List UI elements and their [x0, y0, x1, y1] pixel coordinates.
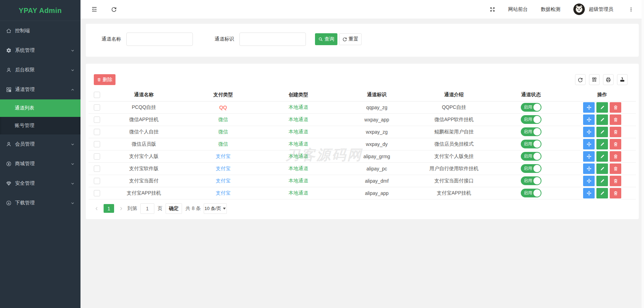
delete-row-button[interactable] [610, 114, 621, 125]
status-toggle[interactable]: 启用 [521, 176, 541, 185]
edit-row-button[interactable] [596, 188, 608, 198]
channel-name-input[interactable] [126, 33, 193, 46]
chevron-down-icon [71, 142, 75, 146]
edit-row-button[interactable] [596, 163, 608, 174]
sidebar-subitem-account-management[interactable]: 账号管理 [0, 117, 80, 134]
delete-row-button[interactable] [610, 127, 621, 137]
move-row-button[interactable] [583, 163, 595, 174]
site-front-link[interactable]: 网站前台 [508, 6, 528, 13]
select-all-checkbox[interactable] [94, 92, 100, 98]
sidebar-item-permissions[interactable]: 后台权限 [0, 60, 80, 80]
create-type-link[interactable]: 本地通道 [264, 113, 333, 126]
move-row-button[interactable] [583, 127, 595, 137]
sidebar-item-members[interactable]: 会员管理 [0, 134, 80, 154]
channel-code-input[interactable] [239, 33, 306, 46]
create-type-link[interactable]: 本地通道 [264, 150, 333, 162]
download-circle-icon [6, 200, 12, 206]
move-row-button[interactable] [583, 114, 595, 125]
delete-row-button[interactable] [610, 163, 621, 174]
reset-button[interactable]: 重置 [339, 33, 362, 45]
pencil-icon [600, 105, 605, 110]
sidebar-item-security[interactable]: 安全管理 [0, 174, 80, 193]
delete-button[interactable]: 删除 [94, 74, 115, 85]
create-type-link[interactable]: 本地通道 [264, 187, 333, 199]
status-toggle[interactable]: 启用 [521, 189, 541, 197]
move-row-button[interactable] [583, 151, 595, 162]
toggle-knob [533, 153, 541, 160]
prev-page-icon[interactable] [94, 206, 99, 211]
edit-row-button[interactable] [596, 176, 608, 186]
search-panel: 通道名称 通道标识 查询 重置 [86, 24, 639, 57]
status-toggle[interactable]: 启用 [521, 127, 541, 136]
row-checkbox[interactable] [94, 117, 100, 123]
status-toggle[interactable]: 启用 [521, 115, 541, 124]
table-columns-button[interactable] [589, 74, 600, 85]
create-type-link[interactable]: 本地通道 [264, 126, 333, 138]
create-type-link[interactable]: 本地通道 [264, 175, 333, 187]
row-checkbox[interactable] [94, 153, 100, 160]
move-row-button[interactable] [583, 188, 595, 198]
channel-name-label: 通道名称 [102, 36, 121, 42]
sidebar-item-system[interactable]: 系统管理 [0, 41, 80, 60]
diamond-icon [6, 181, 12, 186]
row-checkbox[interactable] [94, 141, 100, 147]
edit-row-button[interactable] [596, 139, 608, 149]
create-type-link[interactable]: 本地通道 [264, 101, 333, 113]
table-body: PCQQ自挂QQ本地通道qqpay_zgQQPC自挂启用微信APP挂机微信本地通… [89, 101, 636, 199]
kebab-menu-icon[interactable] [629, 7, 634, 12]
status-toggle[interactable]: 启用 [521, 140, 541, 148]
table-export-button[interactable] [617, 74, 628, 85]
status-toggle[interactable]: 启用 [521, 164, 541, 173]
delete-row-button[interactable] [610, 102, 621, 113]
current-page[interactable]: 1 [104, 204, 114, 213]
status-toggle[interactable]: 启用 [521, 152, 541, 161]
move-row-button[interactable] [583, 102, 595, 113]
create-type-link[interactable]: 本地通道 [264, 138, 333, 150]
sidebar-item-channels[interactable]: 通道管理 [0, 80, 80, 99]
table-refresh-button[interactable] [575, 74, 586, 85]
channel-name-cell: 微信店员版 [105, 138, 182, 150]
delete-row-button[interactable] [610, 176, 621, 186]
create-type-link[interactable]: 本地通道 [264, 162, 333, 175]
fullscreen-icon[interactable] [490, 7, 495, 12]
edit-row-button[interactable] [596, 127, 608, 137]
channel-desc-cell: 鲲鹏框架用户自挂 [421, 126, 487, 138]
sidebar-item-downloads[interactable]: 下载管理 [0, 193, 80, 213]
channel-code-cell: alipay_pc [333, 162, 421, 175]
collapse-sidebar-icon[interactable] [91, 6, 97, 12]
sidebar-item-dashboard[interactable]: 控制端 [0, 21, 80, 41]
user-name[interactable]: 超级管理员 [589, 6, 613, 13]
confirm-page-button[interactable]: 确定 [166, 203, 182, 214]
delete-row-button[interactable] [610, 139, 621, 149]
table-print-button[interactable] [603, 74, 614, 85]
refresh-page-icon[interactable] [111, 6, 117, 12]
user-avatar[interactable] [573, 4, 585, 15]
pay-type-cell: 支付宝 [182, 187, 264, 199]
move-row-button[interactable] [583, 139, 595, 149]
sidebar-item-mall[interactable]: 商城管理 [0, 154, 80, 174]
move-row-button[interactable] [583, 176, 595, 186]
row-checkbox[interactable] [94, 190, 100, 196]
content-area: 通道名称 通道标识 查询 重置 删除 [80, 19, 644, 224]
channel-code-cell: alipay_app [333, 187, 421, 199]
row-checkbox[interactable] [94, 178, 100, 184]
edit-row-button[interactable] [596, 151, 608, 162]
status-toggle[interactable]: 启用 [521, 103, 541, 112]
goto-page-input[interactable] [140, 203, 154, 214]
edit-row-button[interactable] [596, 102, 608, 113]
sidebar-subitem-channel-list[interactable]: 通道列表 [0, 99, 80, 117]
channel-table-panel: 删除 刀客源码网 [86, 64, 639, 219]
edit-row-button[interactable] [596, 114, 608, 125]
next-page-icon[interactable] [119, 206, 123, 211]
page-scrollbar[interactable] [642, 0, 644, 308]
delete-row-button[interactable] [610, 188, 621, 198]
row-checkbox[interactable] [94, 104, 100, 111]
delete-row-button[interactable] [610, 151, 621, 162]
chevron-up-icon [71, 88, 75, 92]
data-check-link[interactable]: 数据检测 [541, 6, 560, 13]
page-size-select[interactable]: 10 条/页 [204, 203, 227, 214]
query-button[interactable]: 查询 [315, 33, 337, 45]
sidebar: YPAY Admin 控制端 系统管理 后台权限 通道管理 通道列表 账号管理 … [0, 0, 80, 308]
row-checkbox[interactable] [94, 129, 100, 135]
row-checkbox[interactable] [94, 166, 100, 172]
